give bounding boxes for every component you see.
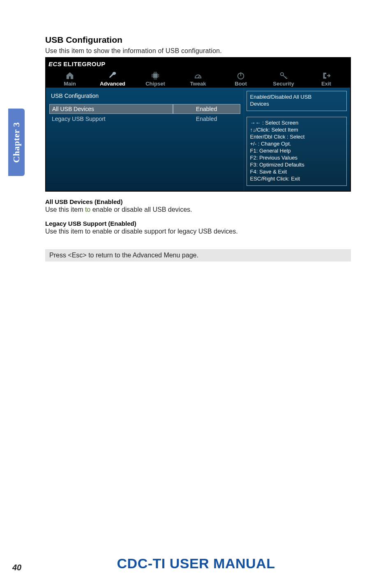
svg-rect-0	[153, 74, 158, 78]
nav-line: F1: General Help	[250, 147, 343, 154]
tab-exit[interactable]: Exit	[305, 69, 348, 88]
tab-security[interactable]: Security	[262, 69, 305, 88]
row-label: Legacy USB Support	[49, 114, 173, 123]
tab-tweak[interactable]: Tweak	[177, 69, 219, 88]
nav-line: ↑↓/Click: Select Item	[250, 126, 343, 133]
nav-line: F2: Previous Values	[250, 154, 343, 161]
footer-title: CDC-TI USER MANUAL	[0, 556, 392, 572]
item-block: Legacy USB Support (Enabled) Use this it…	[45, 220, 351, 235]
nav-line: →← : Select Screen	[250, 119, 343, 126]
page: Chapter 3 USB Configuration Use this ite…	[0, 0, 392, 588]
exit-icon	[305, 71, 348, 80]
tab-chipset[interactable]: Chipset	[134, 69, 177, 88]
tab-label: Chipset	[134, 81, 177, 87]
tab-label: Exit	[305, 81, 348, 87]
row-value: Enabled	[173, 104, 240, 114]
item-heading: Legacy USB Support (Enabled)	[45, 220, 351, 227]
item-desc-link[interactable]: to	[85, 206, 90, 213]
bios-logo-prefix: ECS	[48, 60, 62, 67]
svg-point-4	[281, 73, 284, 76]
note-bar: Press <Esc> to return to the Advanced Me…	[45, 249, 351, 262]
item-block: All USB Devices (Enabled) Use this item …	[45, 198, 351, 213]
tab-label: Boot	[219, 81, 262, 87]
home-icon	[48, 71, 91, 80]
item-desc-pre: Use this item	[45, 206, 85, 213]
svg-line-1	[198, 75, 200, 78]
bios-logo-name: ELITEGROUP	[63, 60, 106, 67]
bios-config-heading: USB Configuration	[49, 92, 240, 100]
bios-body: USB Configuration All USB Devices Enable…	[46, 88, 350, 191]
item-heading: All USB Devices (Enabled)	[45, 198, 351, 205]
row-label: All USB Devices	[49, 104, 173, 114]
content-area: USB Configuration Use this item to show …	[45, 35, 351, 262]
tab-label: Advanced	[91, 81, 134, 87]
chapter-label: Chapter 3	[11, 122, 22, 163]
section-title: USB Configuration	[45, 35, 351, 45]
tab-label: Main	[48, 81, 91, 87]
note-text: Press <Esc> to return to the Advanced Me…	[49, 252, 198, 259]
nav-line: ESC/Right Click: Exit	[250, 175, 343, 182]
info-line: Enabled/Disabled All USB	[250, 93, 343, 100]
item-desc-post: enable or disable all USB devices.	[90, 206, 192, 213]
bios-info-box: Enabled/Disabled All USB Devices	[247, 91, 347, 111]
page-number: 40	[12, 563, 21, 572]
key-icon	[262, 71, 305, 80]
chip-icon	[134, 71, 177, 80]
footer: CDC-TI USER MANUAL	[0, 556, 392, 572]
info-line: Devices	[250, 100, 343, 107]
bios-logo-bar: ECS ELITEGROUP	[46, 58, 350, 69]
item-desc: Use this item to enable or disable suppo…	[45, 228, 351, 235]
tab-boot[interactable]: Boot	[219, 69, 262, 88]
row-value: Enabled	[173, 114, 240, 124]
bios-rows: All USB Devices Enabled Legacy USB Suppo…	[49, 104, 240, 124]
nav-line: F3: Optimized Defaults	[250, 161, 343, 168]
item-desc: Use this item to enable or disable all U…	[45, 206, 351, 213]
bios-left-pane: USB Configuration All USB Devices Enable…	[46, 88, 244, 191]
wrench-icon	[91, 71, 134, 80]
chapter-tab: Chapter 3	[8, 109, 25, 176]
gauge-icon	[177, 71, 219, 80]
bios-tabs: Main Advanced Chipset	[46, 69, 350, 88]
bios-panel: ECS ELITEGROUP Main Advanced	[45, 57, 351, 192]
item-desc-text: Use this item to enable or disable suppo…	[45, 228, 238, 235]
bios-row-all-usb-devices[interactable]: All USB Devices Enabled	[49, 104, 240, 114]
nav-line: Enter/Dbl Click : Select	[250, 133, 343, 140]
tab-label: Security	[262, 81, 305, 87]
section-description: Use this item to show the information of…	[45, 47, 351, 55]
bios-right-pane: Enabled/Disabled All USB Devices →← : Se…	[244, 88, 350, 191]
tab-main[interactable]: Main	[48, 69, 91, 88]
nav-line: F4: Save & Exit	[250, 168, 343, 175]
bios-nav-help-box: →← : Select Screen ↑↓/Click: Select Item…	[247, 117, 347, 186]
bios-row-legacy-usb-support[interactable]: Legacy USB Support Enabled	[49, 114, 240, 124]
power-icon	[219, 71, 262, 80]
tab-label: Tweak	[177, 81, 219, 87]
tab-advanced[interactable]: Advanced	[91, 69, 134, 88]
nav-line: +/- : Change Opt.	[250, 140, 343, 147]
